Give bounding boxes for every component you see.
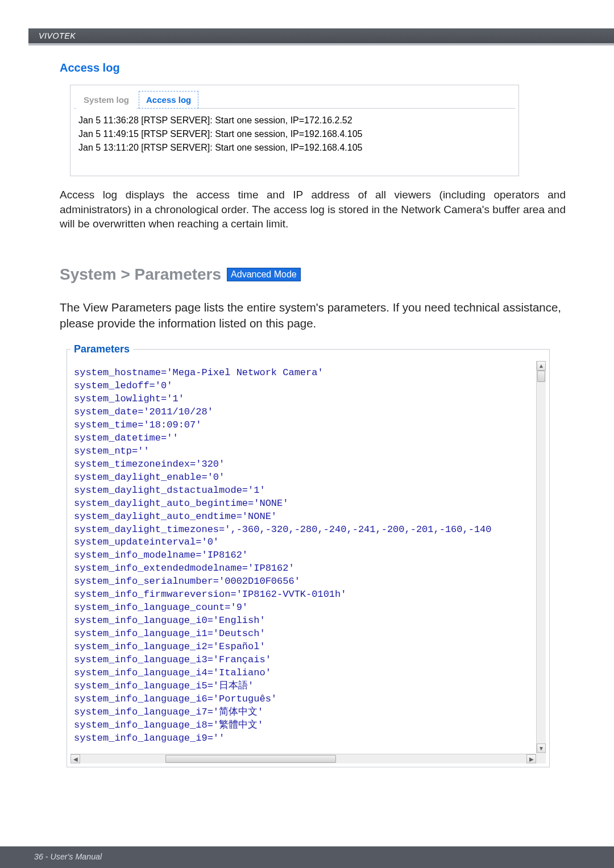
tab-strip: System log Access log xyxy=(74,89,515,109)
advanced-mode-badge: Advanced Mode xyxy=(227,268,301,281)
scroll-corner xyxy=(536,754,546,763)
scroll-up-icon[interactable]: ▲ xyxy=(537,361,546,371)
tab-system-log[interactable]: System log xyxy=(76,91,136,109)
vertical-scroll-track[interactable] xyxy=(537,371,546,744)
horizontal-scroll-thumb[interactable] xyxy=(165,755,336,763)
access-log-title: Access log xyxy=(60,61,566,74)
tab-access-log[interactable]: Access log xyxy=(139,91,198,109)
scroll-right-icon[interactable]: ▶ xyxy=(526,754,536,763)
parameters-heading: System > Parameters xyxy=(60,265,221,284)
parameters-legend: Parameters xyxy=(70,343,133,355)
parameters-text[interactable]: system_hostname='Mega-Pixel Network Came… xyxy=(70,361,546,763)
log-entry: Jan 5 13:11:20 [RTSP SERVER]: Start one … xyxy=(78,143,511,153)
access-log-description: Access log displays the access time and … xyxy=(60,188,566,231)
parameters-panel: Parameters system_hostname='Mega-Pixel N… xyxy=(67,343,550,767)
log-entry: Jan 5 11:49:15 [RTSP SERVER]: Start one … xyxy=(78,129,511,139)
parameters-intro: The View Parameters page lists the entir… xyxy=(60,300,566,331)
log-entry: Jan 5 11:36:28 [RTSP SERVER]: Start one … xyxy=(78,115,511,126)
scroll-down-icon[interactable]: ▼ xyxy=(537,744,546,753)
log-body: Jan 5 11:36:28 [RTSP SERVER]: Start one … xyxy=(74,109,515,159)
brand-bar: VIVOTEK xyxy=(28,28,614,45)
access-log-panel: System log Access log Jan 5 11:36:28 [RT… xyxy=(70,85,519,176)
vertical-scrollbar[interactable]: ▲ ▼ xyxy=(536,361,546,753)
vertical-scroll-thumb[interactable] xyxy=(537,371,545,382)
page-footer: 36 - User's Manual xyxy=(0,846,614,868)
brand-label: VIVOTEK xyxy=(39,31,76,40)
horizontal-scrollbar[interactable]: ◀ ▶ xyxy=(70,754,536,763)
scroll-left-icon[interactable]: ◀ xyxy=(70,754,80,763)
parameters-heading-row: System > Parameters Advanced Mode xyxy=(60,265,566,284)
horizontal-scroll-track[interactable] xyxy=(80,754,526,763)
